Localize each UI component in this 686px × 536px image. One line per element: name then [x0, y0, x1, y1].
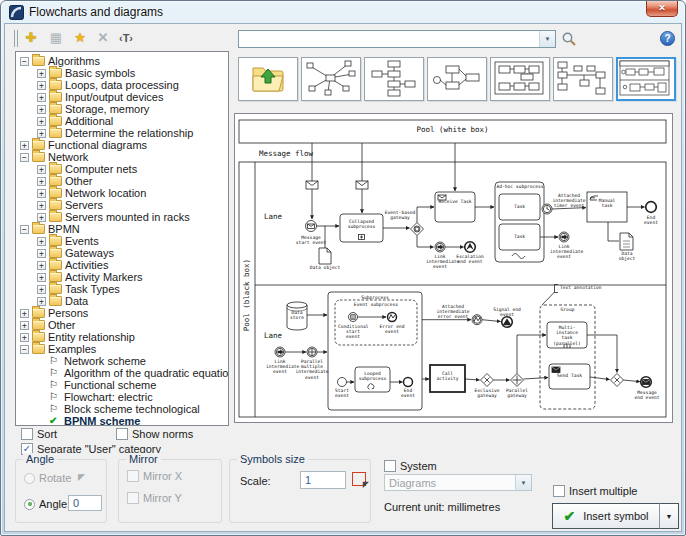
- tree-item[interactable]: + Storage, memory: [16, 103, 228, 115]
- tree-item-label[interactable]: Block scheme technological: [64, 403, 200, 415]
- tree-expander-icon[interactable]: +: [37, 201, 46, 210]
- tree-item[interactable]: ⚐ Block scheme technological: [16, 403, 228, 415]
- tree-item-label[interactable]: Other: [48, 319, 76, 331]
- tree-item[interactable]: ⚐ Network scheme: [16, 355, 228, 367]
- tree-item[interactable]: + Basic symbols: [16, 67, 228, 79]
- tree-item-label[interactable]: Basic symbols: [65, 67, 135, 79]
- tree-expander-icon[interactable]: +: [20, 321, 29, 330]
- tree-item[interactable]: + Determine the relationship: [16, 127, 228, 139]
- thumbnail-flowchart-electric[interactable]: [553, 57, 613, 101]
- tree-item-label[interactable]: Network scheme: [64, 355, 146, 367]
- category-tree[interactable]: − Algorithms + Basic symbols + Loops, da…: [15, 51, 229, 426]
- tree-item[interactable]: − Examples: [16, 343, 228, 355]
- tree-item-label[interactable]: Loops, data processing: [65, 79, 179, 91]
- chevron-down-icon[interactable]: ▼: [515, 475, 531, 490]
- tree-expander-icon[interactable]: +: [37, 213, 46, 222]
- checkbox-box[interactable]: [384, 460, 396, 472]
- titlebar[interactable]: Flowcharts and diagrams: [1, 1, 685, 23]
- tree-expander-icon[interactable]: +: [37, 237, 46, 246]
- tree-expander-icon[interactable]: −: [20, 225, 29, 234]
- tree-item-label[interactable]: Storage, memory: [65, 103, 149, 115]
- delete-button[interactable]: ✕: [93, 28, 113, 48]
- tree-item-label[interactable]: Determine the relationship: [65, 127, 193, 139]
- tree-expander-icon[interactable]: +: [37, 93, 46, 102]
- tree-item[interactable]: + Other: [16, 319, 228, 331]
- system-checkbox[interactable]: System: [384, 460, 437, 472]
- checkbox-box[interactable]: [116, 428, 128, 440]
- tree-item[interactable]: − BPMN: [16, 223, 228, 235]
- tree-expander-icon[interactable]: +: [37, 189, 46, 198]
- tree-item[interactable]: + Data: [16, 295, 228, 307]
- favorites-button[interactable]: ★: [70, 28, 90, 48]
- tree-expander-icon[interactable]: +: [37, 129, 46, 138]
- tree-item-label[interactable]: BPNM scheme: [64, 415, 140, 426]
- tree-item[interactable]: + Persons: [16, 307, 228, 319]
- tree-item-label[interactable]: Activity Markers: [65, 271, 143, 283]
- radio-circle[interactable]: [24, 499, 35, 510]
- tree-expander-icon[interactable]: +: [37, 177, 46, 186]
- add-category-button[interactable]: ✚: [21, 28, 41, 48]
- tree-item[interactable]: + Other: [16, 175, 228, 187]
- tree-item[interactable]: ✔ BPNM scheme: [16, 415, 228, 426]
- checkbox-box[interactable]: [127, 470, 139, 482]
- tree-item[interactable]: + Computer nets: [16, 163, 228, 175]
- tree-item-label[interactable]: Data: [65, 295, 88, 307]
- tree-item[interactable]: + Entity relationship: [16, 331, 228, 343]
- radio-circle[interactable]: [24, 473, 35, 484]
- toolbar-grip[interactable]: [14, 30, 18, 47]
- tree-item[interactable]: ⚐ Flowchart: electric: [16, 391, 228, 403]
- tree-item[interactable]: + Events: [16, 235, 228, 247]
- text-mode-button[interactable]: ‹T›: [114, 28, 138, 48]
- angle-input[interactable]: [68, 495, 102, 511]
- tree-item[interactable]: ⚐ Algorithm of the quadratic equation: [16, 367, 228, 379]
- search-icon[interactable]: [561, 31, 577, 47]
- search-input[interactable]: [239, 33, 539, 45]
- help-icon[interactable]: ?: [660, 31, 675, 46]
- tree-item-label[interactable]: Events: [65, 235, 99, 247]
- mirror-y-checkbox[interactable]: Mirror Y: [127, 492, 182, 504]
- tree-expander-icon[interactable]: −: [20, 345, 29, 354]
- tree-item[interactable]: − Network: [16, 151, 228, 163]
- tree-item-label[interactable]: Functional scheme: [64, 379, 156, 391]
- tree-item-label[interactable]: Gateways: [65, 247, 114, 259]
- tree-expander-icon[interactable]: +: [20, 141, 29, 150]
- tree-expander-icon[interactable]: +: [37, 273, 46, 282]
- tree-item-label[interactable]: Entity relationship: [48, 331, 135, 343]
- checkbox-box[interactable]: [553, 485, 565, 497]
- chevron-down-icon[interactable]: ▼: [539, 31, 555, 47]
- thumbnail-block-scheme-technological[interactable]: [490, 57, 550, 101]
- system-combobox[interactable]: Diagrams ▼: [384, 474, 532, 491]
- tree-item[interactable]: − Algorithms: [16, 55, 228, 67]
- tree-expander-icon[interactable]: −: [20, 57, 29, 66]
- pick-on-screen-icon[interactable]: ◤: [352, 472, 366, 486]
- tree-expander-icon[interactable]: +: [37, 69, 46, 78]
- tree-item-label[interactable]: Examples: [48, 343, 96, 355]
- tree-item[interactable]: ⚐ Functional scheme: [16, 379, 228, 391]
- thumbnail-bpnm-scheme[interactable]: [616, 57, 676, 101]
- tree-item[interactable]: + Servers mounted in racks: [16, 211, 228, 223]
- thumbnail-network-scheme[interactable]: [301, 57, 361, 101]
- tree-item-label[interactable]: Servers: [65, 199, 103, 211]
- close-button[interactable]: ✕: [646, 1, 678, 17]
- tree-item-label[interactable]: Other: [65, 175, 93, 187]
- scale-input[interactable]: [300, 471, 346, 489]
- tree-item-label[interactable]: Input/output devices: [65, 91, 163, 103]
- properties-button[interactable]: ▦: [46, 28, 66, 48]
- show-norms-checkbox[interactable]: Show norms: [116, 428, 193, 440]
- insert-symbol-dropdown[interactable]: ▼: [659, 503, 679, 529]
- tree-item[interactable]: + Additional: [16, 115, 228, 127]
- search-combobox[interactable]: ▼: [238, 30, 556, 48]
- tree-expander-icon[interactable]: +: [37, 81, 46, 90]
- insert-multiple-checkbox[interactable]: Insert multiple: [553, 485, 637, 497]
- tree-item-label[interactable]: Computer nets: [65, 163, 137, 175]
- tree-expander-icon[interactable]: +: [37, 165, 46, 174]
- tree-expander-icon[interactable]: −: [20, 153, 29, 162]
- tree-expander-icon[interactable]: +: [20, 333, 29, 342]
- tree-item-label[interactable]: Activities: [65, 259, 108, 271]
- tree-item-label[interactable]: Network location: [65, 187, 146, 199]
- tree-item-label[interactable]: Additional: [65, 115, 113, 127]
- checkbox-box[interactable]: [21, 428, 33, 440]
- tree-item-label[interactable]: Functional diagrams: [48, 139, 147, 151]
- tree-item-label[interactable]: Persons: [48, 307, 88, 319]
- rotate-radio[interactable]: Rotate: [24, 472, 71, 484]
